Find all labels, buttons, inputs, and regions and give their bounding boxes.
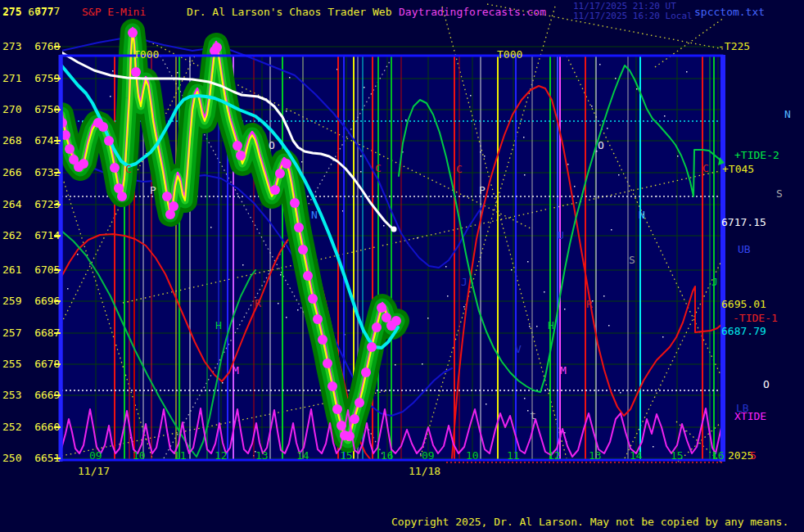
- y-axis-label-6759: 271 6759: [2, 73, 60, 83]
- swing-dot: [350, 414, 359, 424]
- swing-dot: [367, 342, 377, 352]
- swing-dot: [318, 335, 327, 345]
- hour-label-11: 12: [548, 450, 561, 461]
- swing-dot: [323, 358, 332, 368]
- chart-letter-O: O: [269, 140, 275, 151]
- chaos-trader-chart-page: 275 6777 S&P E-Mini Dr. Al Larson's Chao…: [0, 0, 804, 532]
- swing-dot: [162, 192, 172, 201]
- chart-letter-M: M: [233, 365, 239, 376]
- chart-letter-P: P: [150, 185, 156, 196]
- swing-dot: [117, 192, 127, 201]
- y-axis-label-6741: 268 6741: [2, 135, 60, 146]
- right-label-5: 5: [750, 450, 757, 461]
- swing-dot: [372, 322, 382, 332]
- copyright-notice: Copyright 2025, Dr. Al Larson. May not b…: [391, 516, 788, 527]
- swing-dot: [104, 136, 114, 146]
- chart-letter-C: C: [375, 163, 382, 174]
- hour-label-14: 15: [671, 450, 684, 461]
- chart-letter-U: U: [558, 230, 564, 241]
- swing-dot: [298, 245, 308, 255]
- right-label-668779: 6687.79: [721, 326, 766, 336]
- swing-dot: [65, 144, 75, 154]
- right-label-tide1: -TIDE-1: [733, 313, 778, 323]
- chart-letter-C: C: [702, 163, 709, 174]
- swing-dot: [337, 421, 346, 431]
- right-label-n: N: [784, 109, 791, 119]
- y-axis-label-6696: 259 6696: [2, 295, 60, 306]
- swing-dot: [391, 316, 401, 326]
- chart-letter-C: C: [125, 164, 132, 174]
- y-axis-label-6732: 266 6732: [2, 167, 60, 178]
- chart-letter-C: C: [456, 164, 463, 174]
- chart-letter-R: R: [255, 298, 261, 309]
- y-axis-label-6651: 250 6651: [2, 453, 60, 463]
- y-axis-label-6687: 257 6687: [2, 327, 60, 338]
- hour-label-12: 13: [589, 450, 602, 461]
- hour-label-6: 15: [340, 450, 353, 461]
- swing-dot: [98, 122, 108, 132]
- right-label-o: O: [763, 379, 770, 390]
- white-ma-end-dot: [391, 227, 397, 232]
- data-file-link[interactable]: spcctom.txt: [694, 7, 765, 17]
- chart-letter-R: R: [586, 299, 593, 309]
- right-label-xtide: XTIDE: [734, 411, 766, 422]
- hour-label-5: 14: [296, 450, 309, 461]
- y-axis-label-6714: 262 6714: [2, 230, 60, 241]
- swing-dot: [377, 303, 386, 313]
- swing-dot: [303, 271, 313, 281]
- swing-dot: [290, 198, 300, 208]
- right-label-671715: 6717.15: [721, 217, 766, 228]
- hour-label-4: 13: [255, 450, 269, 461]
- right-label-s: S: [776, 188, 783, 199]
- hour-label-3: 12: [215, 450, 228, 461]
- swing-dot: [270, 185, 280, 195]
- swing-dot: [345, 431, 355, 441]
- y-axis-label-6705: 261 6705: [2, 264, 60, 275]
- chart-letter-P: P: [479, 185, 486, 196]
- chart-letter-N: N: [311, 210, 318, 220]
- chart-letter-T000: T000: [497, 49, 522, 60]
- chart-canvas: [0, 0, 804, 532]
- chart-letter-M: M: [560, 365, 567, 376]
- chart-letter-H: H: [548, 320, 554, 331]
- hour-label-13: 14: [630, 450, 643, 461]
- y-axis-label-6678: 255 6678: [2, 358, 60, 369]
- chart-letter-J: J: [461, 277, 467, 287]
- swing-dot: [327, 381, 337, 391]
- hour-label-8: 09: [422, 450, 435, 461]
- symbol-label: S&P E-Mini: [82, 7, 146, 17]
- hour-label-1: 10: [133, 450, 146, 461]
- swing-dot: [282, 159, 291, 169]
- y-axis-label-6723: 264 6723: [2, 199, 60, 210]
- swing-dot: [131, 67, 141, 77]
- hour-label-10: 11: [507, 450, 520, 461]
- swing-dot: [128, 28, 138, 38]
- swing-dot: [308, 294, 318, 304]
- page-title: Dr. Al Larson's Chaos Trader Web: [187, 7, 391, 17]
- hour-label-2: 11: [174, 450, 187, 461]
- right-label-tide2: +TIDE-2: [734, 150, 779, 160]
- right-label-ub: UB: [738, 244, 751, 255]
- chart-letter-t: t: [530, 410, 536, 421]
- swing-dot: [355, 398, 364, 408]
- chart-letter-H: H: [215, 320, 222, 331]
- hour-label-7: 16: [381, 450, 394, 461]
- hour-label-0: 09: [89, 450, 102, 461]
- swing-dot: [79, 159, 88, 169]
- swing-dot: [275, 169, 285, 178]
- swing-dot: [212, 43, 222, 52]
- swing-dot: [332, 404, 342, 414]
- site-link[interactable]: Daytradingforecasts.com: [399, 7, 546, 17]
- y-axis-label-6777: 275 6777: [2, 6, 60, 16]
- swing-dot: [313, 314, 323, 324]
- y-axis-label-6750: 270 6750: [2, 104, 60, 115]
- right-label-669501: 6695.01: [721, 299, 766, 309]
- swing-dot: [382, 313, 391, 322]
- right-label-t045: +T045: [722, 164, 754, 174]
- y-axis-label-6660: 252 6660: [2, 422, 60, 432]
- chart-letter-N: N: [639, 210, 645, 220]
- swing-dot: [361, 367, 371, 377]
- chart-letter-V: V: [515, 344, 522, 354]
- hour-label-15: 16: [711, 450, 725, 461]
- right-label-t225: -T225: [718, 41, 750, 52]
